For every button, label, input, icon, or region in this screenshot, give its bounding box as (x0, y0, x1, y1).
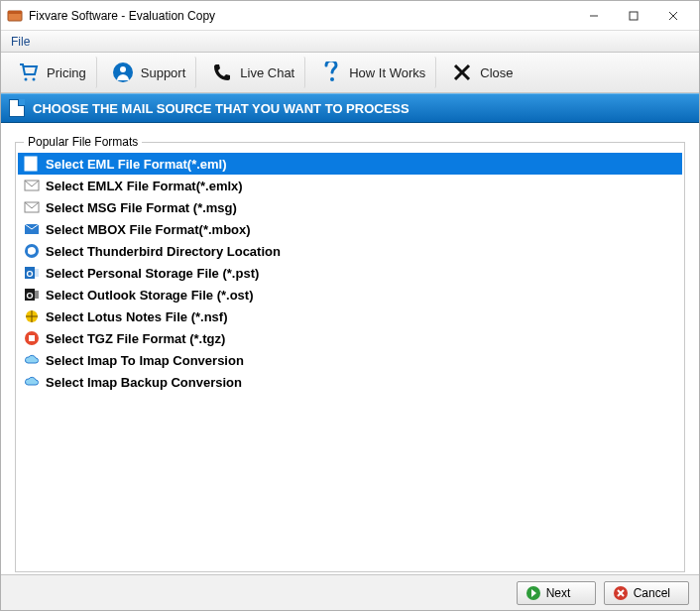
next-arrow-icon (525, 585, 541, 601)
envelope-icon (24, 178, 40, 193)
svg-text:O: O (26, 269, 33, 279)
close-window-button[interactable] (653, 2, 693, 30)
svg-rect-14 (27, 160, 35, 162)
mbox-icon (24, 221, 40, 237)
main-panel: Popular File Formats Select EML File For… (1, 123, 699, 574)
toolbar-label: Close (480, 65, 513, 80)
cloud-icon (24, 352, 40, 368)
format-item[interactable]: OSelect Personal Storage File (*.pst) (18, 262, 682, 284)
cart-icon (17, 61, 41, 84)
toolbar-label: How It Works (349, 65, 425, 80)
eml-icon (24, 156, 40, 172)
minimize-button[interactable] (574, 2, 614, 30)
format-item[interactable]: Select Imap To Imap Conversion (18, 349, 682, 371)
next-button[interactable]: Next (517, 581, 596, 605)
formats-legend: Popular File Formats (24, 135, 142, 149)
cancel-icon (613, 585, 629, 601)
toolbar-live-chat[interactable]: Live Chat (200, 57, 305, 88)
toolbar-label: Support (141, 65, 186, 80)
toolbar-how-it-works[interactable]: How It Works (309, 57, 436, 88)
cloud-icon (24, 374, 40, 390)
format-item-label: Select EML File Format(*.eml) (46, 157, 227, 172)
format-item-label: Select TGZ File Format (*.tgz) (46, 331, 225, 346)
format-item[interactable]: Select EMLX File Format(*.emlx) (18, 175, 682, 196)
envelope-icon (24, 199, 40, 215)
question-icon (319, 61, 343, 84)
thunderbird-icon (24, 243, 40, 259)
svg-rect-25 (35, 291, 39, 299)
section-header-title: CHOOSE THE MAIL SOURCE THAT YOU WANT TO … (33, 101, 409, 116)
format-item-label: Select Thunderbird Directory Location (46, 244, 281, 259)
format-item[interactable]: Select MBOX File Format(*.mbox) (18, 218, 682, 240)
svg-point-9 (120, 66, 126, 72)
svg-point-10 (330, 77, 334, 81)
format-item-label: Select EMLX File Format(*.emlx) (46, 179, 243, 193)
tgz-icon (24, 330, 40, 346)
svg-rect-3 (630, 12, 638, 20)
toolbar-label: Pricing (47, 65, 86, 80)
window-controls (574, 2, 693, 30)
format-item[interactable]: Select MSG File Format (*.msg) (18, 196, 682, 218)
toolbar-support[interactable]: Support (101, 57, 197, 88)
format-item[interactable]: OSelect Outlook Storage File (*.ost) (18, 284, 682, 306)
format-item-label: Select Imap Backup Conversion (46, 375, 242, 390)
format-item[interactable]: Select Imap Backup Conversion (18, 371, 682, 393)
format-item-label: Select Lotus Notes File (*.nsf) (46, 309, 227, 324)
window-title: Fixvare Software - Evaluation Copy (29, 9, 574, 23)
toolbar-label: Live Chat (240, 65, 294, 80)
next-button-label: Next (546, 586, 571, 600)
toolbar: Pricing Support Live Chat How It Works C… (1, 53, 699, 93)
format-item[interactable]: Select EML File Format(*.eml) (18, 153, 682, 175)
svg-rect-15 (27, 163, 35, 165)
maximize-button[interactable] (614, 2, 653, 30)
format-item[interactable]: Select TGZ File Format (*.tgz) (18, 327, 682, 349)
format-item-label: Select MSG File Format (*.msg) (46, 200, 237, 215)
app-icon (7, 8, 23, 24)
outlook-icon: O (24, 265, 40, 281)
format-item-label: Select Outlook Storage File (*.ost) (46, 288, 253, 303)
menu-bar: File (1, 31, 699, 53)
format-item[interactable]: Select Thunderbird Directory Location (18, 240, 682, 262)
svg-text:O: O (26, 291, 33, 301)
outlook-dark-icon: O (24, 287, 40, 303)
format-item-label: Select MBOX File Format(*.mbox) (46, 222, 251, 237)
cancel-button[interactable]: Cancel (604, 581, 689, 605)
svg-rect-22 (35, 269, 39, 277)
title-bar: Fixvare Software - Evaluation Copy (1, 1, 699, 31)
toolbar-pricing[interactable]: Pricing (7, 57, 97, 88)
cancel-button-label: Cancel (634, 586, 670, 600)
format-item[interactable]: Select Lotus Notes File (*.nsf) (18, 306, 682, 327)
format-item-label: Select Personal Storage File (*.pst) (46, 266, 259, 281)
phone-icon (210, 61, 234, 84)
toolbar-close[interactable]: Close (440, 57, 523, 88)
format-list: Select EML File Format(*.eml)Select EMLX… (18, 153, 682, 393)
support-icon (111, 61, 135, 84)
footer: Next Cancel (1, 574, 699, 610)
close-x-icon (450, 61, 474, 84)
svg-point-6 (25, 78, 28, 81)
svg-rect-1 (8, 11, 22, 14)
lotus-icon (24, 308, 40, 324)
menu-file[interactable]: File (1, 31, 40, 52)
format-item-label: Select Imap To Imap Conversion (46, 353, 244, 368)
document-icon (9, 99, 25, 117)
svg-rect-28 (29, 335, 35, 341)
formats-group: Popular File Formats Select EML File For… (15, 135, 685, 572)
section-header: CHOOSE THE MAIL SOURCE THAT YOU WANT TO … (1, 93, 699, 123)
svg-point-7 (33, 78, 36, 81)
